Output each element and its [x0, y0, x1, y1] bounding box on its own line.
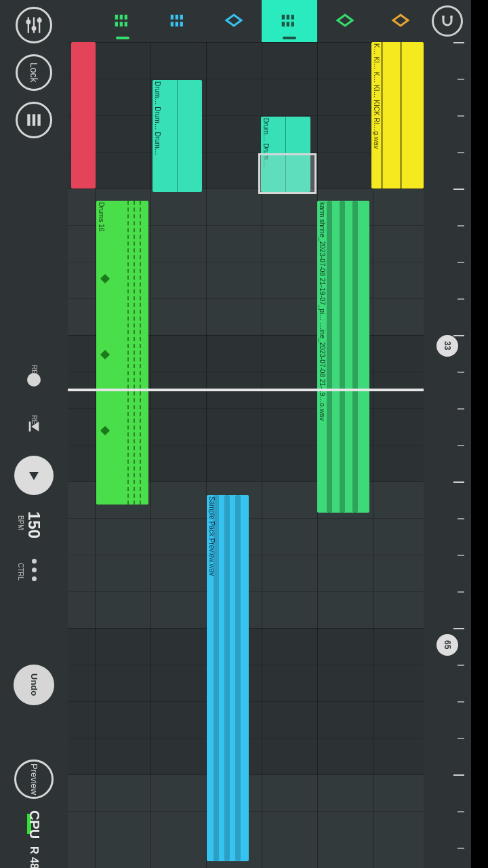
ruler-marker-b[interactable]: 65 — [436, 634, 458, 656]
svg-rect-13 — [282, 15, 285, 20]
svg-rect-4 — [120, 22, 123, 26]
svg-marker-31 — [31, 422, 39, 432]
mixer-button[interactable] — [16, 7, 52, 43]
svg-rect-9 — [171, 22, 174, 26]
undo-button[interactable]: Undo — [14, 665, 54, 705]
skip-back-icon[interactable] — [26, 419, 41, 434]
track-active-marker — [283, 37, 296, 39]
play-icon — [26, 467, 42, 484]
clip-drums16[interactable]: Drums 16 — [96, 201, 148, 505]
status-readout: R48 — [28, 846, 40, 868]
track-header-3[interactable] — [150, 0, 206, 42]
svg-rect-1 — [120, 15, 123, 20]
svg-rect-15 — [291, 15, 294, 20]
more-button[interactable] — [24, 556, 44, 583]
bpm-label: BPM — [17, 515, 24, 530]
record-button[interactable] — [27, 373, 41, 387]
cpu-label: CPU — [26, 810, 42, 839]
magnet-icon — [439, 13, 455, 29]
svg-rect-10 — [176, 22, 178, 26]
clip-karm-shrine[interactable]: karm shrine_2023-07-08 21-19-07_pi… …ine… — [317, 201, 369, 513]
svg-point-26 — [38, 19, 41, 22]
preview-button[interactable]: Preview — [14, 760, 54, 799]
clip-kick[interactable]: K… KI… K… KI… KICK RI…g.wav — [371, 42, 424, 189]
clip-track1[interactable] — [71, 42, 96, 189]
track-header-4[interactable] — [206, 0, 262, 42]
diamond-icon — [335, 11, 355, 31]
svg-rect-0 — [115, 15, 118, 20]
svg-rect-2 — [125, 15, 127, 20]
svg-rect-28 — [33, 114, 35, 125]
svg-rect-11 — [180, 22, 183, 26]
track-active-marker — [116, 37, 129, 39]
clip-sample-pack[interactable]: Sample Pack Preview.wav — [207, 495, 249, 861]
play-button[interactable] — [14, 456, 54, 495]
svg-rect-18 — [291, 22, 294, 26]
track-header-5[interactable] — [262, 0, 317, 42]
lock-label: Lock — [28, 62, 39, 83]
svg-point-25 — [33, 26, 36, 30]
svg-rect-8 — [180, 15, 183, 20]
svg-rect-17 — [287, 22, 289, 26]
diamond-icon — [390, 11, 411, 31]
clip-drums-a[interactable]: Drum… Drum… Drum… — [152, 80, 202, 192]
tracks-area[interactable]: Drums 16 Drum… Drum… Drum… Sample Pack P… — [68, 0, 424, 868]
pianoroll-button[interactable] — [16, 102, 52, 138]
svg-rect-29 — [37, 114, 40, 125]
track-header-2[interactable] — [95, 0, 150, 42]
lock-button[interactable]: Lock — [16, 54, 52, 91]
track-header-7[interactable] — [373, 0, 428, 42]
svg-rect-6 — [171, 15, 174, 20]
svg-rect-7 — [176, 15, 178, 20]
bpm-value[interactable]: 150 — [24, 511, 43, 538]
playhead[interactable] — [68, 389, 424, 391]
svg-marker-20 — [393, 15, 408, 26]
timeline-ruler[interactable]: 33 65 — [424, 0, 471, 868]
svg-rect-30 — [29, 422, 31, 432]
svg-rect-14 — [287, 15, 289, 20]
sliders-icon — [24, 16, 43, 35]
left-toolbar: Lock REC REV BPM 150 CTRL Undo Preview C… — [0, 0, 68, 868]
svg-rect-27 — [27, 114, 30, 125]
snap-button[interactable] — [432, 5, 463, 37]
svg-marker-32 — [29, 472, 39, 480]
track-header-1[interactable] — [68, 0, 95, 42]
svg-rect-16 — [282, 22, 285, 26]
svg-marker-19 — [338, 15, 352, 26]
diamond-icon — [224, 11, 244, 31]
ctrl-label: CTRL — [17, 563, 24, 580]
track-header-6[interactable] — [317, 0, 373, 42]
svg-marker-12 — [226, 15, 241, 26]
piano-icon — [25, 111, 43, 129]
svg-point-24 — [27, 20, 30, 24]
svg-rect-5 — [125, 22, 127, 26]
svg-rect-3 — [115, 22, 118, 26]
track-headers — [68, 0, 424, 42]
selection-box[interactable] — [258, 153, 317, 194]
ruler-marker-a[interactable]: 33 — [436, 335, 458, 357]
